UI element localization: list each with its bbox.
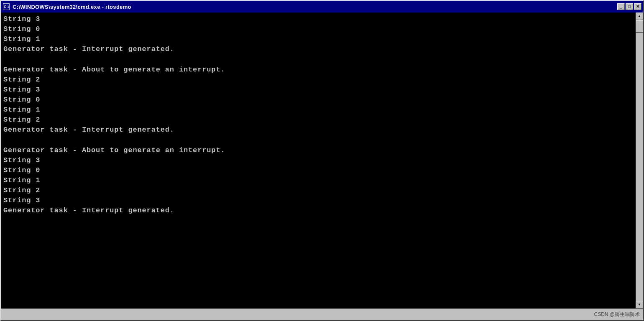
console-line: String 2	[3, 115, 633, 125]
console-line: String 3	[3, 85, 633, 95]
console-line: Generator task - Interrupt generated.	[3, 44, 633, 54]
console-line: String 3	[3, 14, 633, 24]
console-line: String 3	[3, 155, 633, 166]
scrollbar[interactable]	[636, 13, 643, 308]
scroll-down-button[interactable]	[636, 301, 643, 308]
window-title: C:\WINDOWS\system32\cmd.exe - rtosdemo	[13, 4, 131, 10]
cmd-icon-container: C:\	[3, 3, 10, 10]
console-line: String 0	[3, 24, 633, 34]
console-line: String 1	[3, 34, 633, 44]
console-line: Generator task - Interrupt generated.	[3, 125, 633, 135]
title-bar: C:\ C:\WINDOWS\system32\cmd.exe - rtosde…	[1, 1, 643, 13]
watermark-text: CSDN @骑生唱骑术	[594, 311, 640, 318]
console-line: String 3	[3, 196, 633, 206]
scroll-up-icon	[639, 14, 641, 18]
cmd-icon: C:\	[3, 3, 10, 10]
console-area: String 3String 0String 1Generator task -…	[1, 13, 643, 308]
bottom-bar: CSDN @骑生唱骑术	[1, 308, 643, 320]
console-output: String 3String 0String 1Generator task -…	[1, 13, 636, 308]
console-line: Generator task - Interrupt generated.	[3, 206, 633, 216]
scroll-down-icon	[639, 303, 641, 307]
console-line: String 1	[3, 176, 633, 186]
cmd-window: C:\ C:\WINDOWS\system32\cmd.exe - rtosde…	[0, 0, 644, 321]
console-line: Generator task - About to generate an in…	[3, 145, 633, 155]
maximize-button[interactable]: □	[626, 3, 633, 10]
console-line: String 2	[3, 75, 633, 85]
console-line: String 2	[3, 186, 633, 196]
scroll-up-button[interactable]	[636, 13, 643, 20]
console-line: String 0	[3, 95, 633, 105]
title-bar-left: C:\ C:\WINDOWS\system32\cmd.exe - rtosde…	[3, 3, 131, 10]
scrollbar-thumb[interactable]	[636, 20, 643, 33]
title-bar-controls: _ □ ✕	[617, 3, 641, 10]
console-line	[3, 135, 633, 145]
cmd-icon-text: C:\	[4, 5, 9, 9]
console-line: String 1	[3, 105, 633, 115]
console-line: String 0	[3, 166, 633, 176]
close-button[interactable]: ✕	[634, 3, 641, 10]
console-line: Generator task - About to generate an in…	[3, 65, 633, 75]
minimize-button[interactable]: _	[617, 3, 625, 10]
scrollbar-track-area[interactable]	[636, 20, 643, 301]
console-line	[3, 55, 633, 65]
